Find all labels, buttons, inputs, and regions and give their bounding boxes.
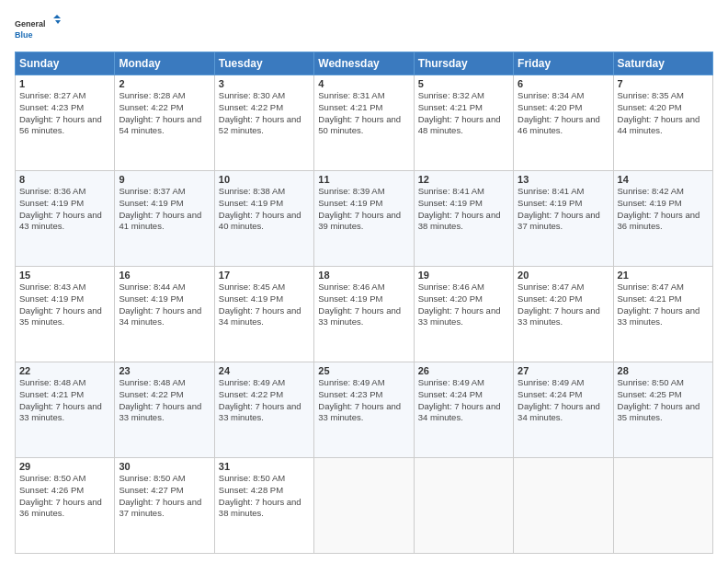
day-info: Sunrise: 8:30 AMSunset: 4:22 PMDaylight:… <box>219 90 301 135</box>
day-info: Sunrise: 8:50 AMSunset: 4:27 PMDaylight:… <box>119 473 201 518</box>
day-number: 7 <box>618 78 709 89</box>
logo-svg: General Blue <box>15 15 61 44</box>
day-info: Sunrise: 8:38 AMSunset: 4:19 PMDaylight:… <box>219 186 301 231</box>
day-number: 21 <box>618 270 709 281</box>
day-info: Sunrise: 8:37 AMSunset: 4:19 PMDaylight:… <box>119 186 201 231</box>
col-header-thursday: Thursday <box>414 52 513 75</box>
day-number: 14 <box>618 174 709 185</box>
col-header-wednesday: Wednesday <box>314 52 414 75</box>
day-cell <box>314 458 414 554</box>
day-cell: 4Sunrise: 8:31 AMSunset: 4:21 PMDaylight… <box>314 75 414 171</box>
day-info: Sunrise: 8:48 AMSunset: 4:22 PMDaylight:… <box>119 377 201 422</box>
day-number: 15 <box>19 270 110 281</box>
day-info: Sunrise: 8:27 AMSunset: 4:23 PMDaylight:… <box>19 90 102 135</box>
day-number: 3 <box>219 78 310 89</box>
week-row-5: 29Sunrise: 8:50 AMSunset: 4:26 PMDayligh… <box>16 458 713 554</box>
day-info: Sunrise: 8:49 AMSunset: 4:23 PMDaylight:… <box>318 377 401 422</box>
day-number: 8 <box>19 174 110 185</box>
header: General Blue <box>15 15 713 44</box>
day-number: 23 <box>119 365 210 376</box>
col-header-friday: Friday <box>514 52 613 75</box>
day-number: 27 <box>518 365 609 376</box>
svg-text:Blue: Blue <box>15 30 33 40</box>
day-number: 26 <box>418 365 509 376</box>
day-info: Sunrise: 8:44 AMSunset: 4:19 PMDaylight:… <box>119 282 201 327</box>
col-header-saturday: Saturday <box>613 52 712 75</box>
col-header-tuesday: Tuesday <box>214 52 313 75</box>
day-cell: 14Sunrise: 8:42 AMSunset: 4:19 PMDayligh… <box>613 171 712 267</box>
day-number: 1 <box>19 78 110 89</box>
week-row-3: 15Sunrise: 8:43 AMSunset: 4:19 PMDayligh… <box>16 267 713 362</box>
day-info: Sunrise: 8:35 AMSunset: 4:20 PMDaylight:… <box>618 90 700 135</box>
day-cell: 3Sunrise: 8:30 AMSunset: 4:22 PMDaylight… <box>214 75 313 171</box>
day-cell: 6Sunrise: 8:34 AMSunset: 4:20 PMDaylight… <box>514 75 613 171</box>
day-cell: 9Sunrise: 8:37 AMSunset: 4:19 PMDaylight… <box>115 171 214 267</box>
day-cell: 15Sunrise: 8:43 AMSunset: 4:19 PMDayligh… <box>16 267 115 362</box>
day-number: 19 <box>418 270 509 281</box>
svg-marker-3 <box>55 20 61 24</box>
day-cell: 18Sunrise: 8:46 AMSunset: 4:19 PMDayligh… <box>314 267 414 362</box>
day-cell: 8Sunrise: 8:36 AMSunset: 4:19 PMDaylight… <box>16 171 115 267</box>
day-cell: 28Sunrise: 8:50 AMSunset: 4:25 PMDayligh… <box>613 362 712 458</box>
day-info: Sunrise: 8:43 AMSunset: 4:19 PMDaylight:… <box>19 282 102 327</box>
week-row-1: 1Sunrise: 8:27 AMSunset: 4:23 PMDaylight… <box>16 75 713 171</box>
day-info: Sunrise: 8:31 AMSunset: 4:21 PMDaylight:… <box>318 90 401 135</box>
day-info: Sunrise: 8:28 AMSunset: 4:22 PMDaylight:… <box>119 90 201 135</box>
day-info: Sunrise: 8:41 AMSunset: 4:19 PMDaylight:… <box>418 186 501 231</box>
day-number: 25 <box>318 365 409 376</box>
day-cell: 20Sunrise: 8:47 AMSunset: 4:20 PMDayligh… <box>514 267 613 362</box>
day-cell: 16Sunrise: 8:44 AMSunset: 4:19 PMDayligh… <box>115 267 214 362</box>
day-info: Sunrise: 8:47 AMSunset: 4:21 PMDaylight:… <box>618 282 700 327</box>
svg-marker-2 <box>53 15 61 18</box>
day-number: 6 <box>518 78 609 89</box>
day-number: 9 <box>119 174 210 185</box>
day-cell: 22Sunrise: 8:48 AMSunset: 4:21 PMDayligh… <box>16 362 115 458</box>
day-number: 13 <box>518 174 609 185</box>
day-number: 12 <box>418 174 509 185</box>
day-cell: 17Sunrise: 8:45 AMSunset: 4:19 PMDayligh… <box>214 267 313 362</box>
day-info: Sunrise: 8:46 AMSunset: 4:20 PMDaylight:… <box>418 282 501 327</box>
day-number: 31 <box>219 461 310 472</box>
day-info: Sunrise: 8:49 AMSunset: 4:22 PMDaylight:… <box>219 377 301 422</box>
col-header-monday: Monday <box>115 52 214 75</box>
day-cell: 26Sunrise: 8:49 AMSunset: 4:24 PMDayligh… <box>414 362 513 458</box>
day-number: 17 <box>219 270 310 281</box>
day-info: Sunrise: 8:48 AMSunset: 4:21 PMDaylight:… <box>19 377 102 422</box>
day-cell: 19Sunrise: 8:46 AMSunset: 4:20 PMDayligh… <box>414 267 513 362</box>
day-number: 20 <box>518 270 609 281</box>
day-cell: 27Sunrise: 8:49 AMSunset: 4:24 PMDayligh… <box>514 362 613 458</box>
day-info: Sunrise: 8:49 AMSunset: 4:24 PMDaylight:… <box>518 377 600 422</box>
day-cell: 29Sunrise: 8:50 AMSunset: 4:26 PMDayligh… <box>16 458 115 554</box>
week-row-4: 22Sunrise: 8:48 AMSunset: 4:21 PMDayligh… <box>16 362 713 458</box>
day-info: Sunrise: 8:41 AMSunset: 4:19 PMDaylight:… <box>518 186 600 231</box>
day-info: Sunrise: 8:46 AMSunset: 4:19 PMDaylight:… <box>318 282 401 327</box>
day-cell: 11Sunrise: 8:39 AMSunset: 4:19 PMDayligh… <box>314 171 414 267</box>
day-number: 10 <box>219 174 310 185</box>
day-cell: 12Sunrise: 8:41 AMSunset: 4:19 PMDayligh… <box>414 171 513 267</box>
col-header-sunday: Sunday <box>16 52 115 75</box>
day-cell: 5Sunrise: 8:32 AMSunset: 4:21 PMDaylight… <box>414 75 513 171</box>
day-number: 11 <box>318 174 409 185</box>
day-cell: 7Sunrise: 8:35 AMSunset: 4:20 PMDaylight… <box>613 75 712 171</box>
day-cell: 21Sunrise: 8:47 AMSunset: 4:21 PMDayligh… <box>613 267 712 362</box>
day-info: Sunrise: 8:50 AMSunset: 4:28 PMDaylight:… <box>219 473 301 518</box>
calendar-page: General Blue SundayMondayTuesdayWednesda… <box>0 0 728 563</box>
day-cell <box>613 458 712 554</box>
day-info: Sunrise: 8:32 AMSunset: 4:21 PMDaylight:… <box>418 90 501 135</box>
day-cell: 31Sunrise: 8:50 AMSunset: 4:28 PMDayligh… <box>214 458 313 554</box>
day-cell <box>514 458 613 554</box>
day-info: Sunrise: 8:50 AMSunset: 4:25 PMDaylight:… <box>618 377 700 422</box>
day-info: Sunrise: 8:50 AMSunset: 4:26 PMDaylight:… <box>19 473 102 518</box>
day-info: Sunrise: 8:36 AMSunset: 4:19 PMDaylight:… <box>19 186 102 231</box>
day-number: 16 <box>119 270 210 281</box>
week-row-2: 8Sunrise: 8:36 AMSunset: 4:19 PMDaylight… <box>16 171 713 267</box>
logo: General Blue <box>15 15 61 44</box>
day-info: Sunrise: 8:39 AMSunset: 4:19 PMDaylight:… <box>318 186 401 231</box>
day-number: 29 <box>19 461 110 472</box>
day-number: 2 <box>119 78 210 89</box>
day-info: Sunrise: 8:49 AMSunset: 4:24 PMDaylight:… <box>418 377 501 422</box>
calendar-table: SundayMondayTuesdayWednesdayThursdayFrid… <box>15 52 713 554</box>
day-number: 18 <box>318 270 409 281</box>
day-cell: 24Sunrise: 8:49 AMSunset: 4:22 PMDayligh… <box>214 362 313 458</box>
day-info: Sunrise: 8:45 AMSunset: 4:19 PMDaylight:… <box>219 282 301 327</box>
